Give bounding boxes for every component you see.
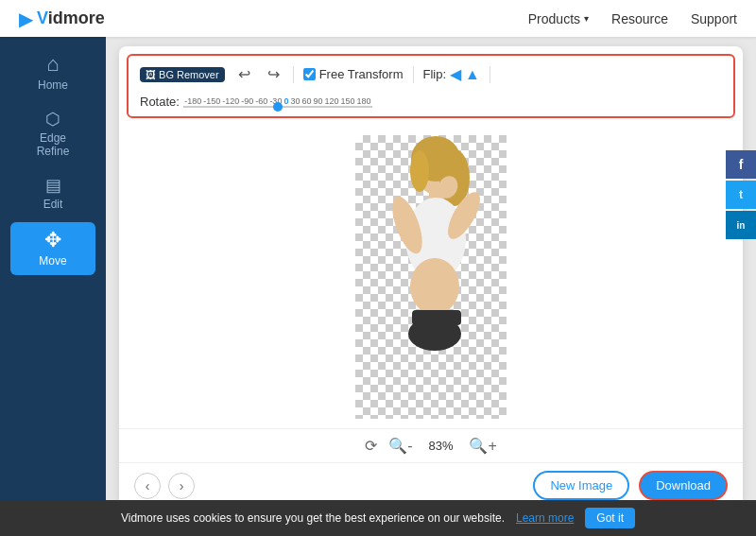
canvas-area (119, 126, 743, 428)
sidebar-item-label: Home (38, 78, 68, 92)
rotate-slider[interactable]: -180 -150 -120 -90 -60 -30 0 30 60 90 (183, 95, 372, 109)
next-button[interactable]: › (168, 473, 195, 499)
cookie-text: Vidmore uses cookies to ensure you get t… (121, 511, 505, 525)
sidebar-item-move[interactable]: ✥ Move (10, 222, 95, 275)
divider (413, 66, 414, 83)
nav-arrows: ‹ › (134, 473, 195, 499)
sidebar-item-edit[interactable]: ▤ Edit (10, 169, 95, 218)
flip-horizontal-button[interactable]: ◀ (450, 65, 461, 83)
prev-button[interactable]: ‹ (134, 473, 161, 499)
free-transform-checkbox[interactable] (303, 68, 316, 80)
edge-refine-icon: ⬡ (45, 111, 60, 128)
reset-zoom-button[interactable]: ⟳ (365, 437, 377, 455)
nav-products[interactable]: Products ▾ (528, 11, 589, 26)
cookie-accept-button[interactable]: Got it (585, 508, 635, 528)
flip-vertical-button[interactable]: ▲ (465, 66, 480, 83)
home-icon: ⌂ (46, 54, 59, 75)
bg-remover-label: 🖼 BG Remover (140, 67, 225, 82)
main-area: ⌂ Home ⬡ Edge Refine ▤ Edit ✥ Move 🖼 BG … (0, 37, 756, 536)
twitter-button[interactable]: t (726, 181, 756, 209)
figure-svg (355, 135, 507, 419)
flip-section: Flip: ◀ ▲ (423, 65, 480, 83)
logo-icon: ▶ (19, 8, 33, 30)
sidebar-item-edge-refine[interactable]: ⬡ Edge Refine (10, 103, 95, 165)
sidebar-item-label: Edit (43, 198, 63, 211)
zoom-out-button[interactable]: 🔍- (388, 437, 412, 455)
navbar: ▶ Vidmore Products ▾ Resource Support (0, 0, 756, 37)
edit-icon: ▤ (45, 177, 61, 194)
navbar-links: Products ▾ Resource Support (528, 11, 737, 26)
undo-button[interactable]: ↩ (234, 63, 254, 85)
sidebar-item-home[interactable]: ⌂ Home (10, 46, 95, 99)
new-image-button[interactable]: New Image (533, 471, 629, 500)
zoom-controls: ⟳ 🔍- 83% 🔍+ (119, 428, 743, 462)
redo-button[interactable]: ↪ (264, 63, 284, 85)
nav-support[interactable]: Support (691, 11, 737, 26)
zoom-value: 83% (423, 439, 457, 453)
logo-text: Vidmore (37, 9, 105, 28)
svg-point-9 (410, 258, 459, 315)
logo[interactable]: ▶ Vidmore (19, 8, 105, 30)
facebook-button[interactable]: f (726, 150, 756, 179)
editor-card: 🖼 BG Remover ↩ ↪ Free Transform Flip: ◀ … (119, 46, 743, 508)
zoom-in-button[interactable]: 🔍+ (469, 437, 496, 455)
sidebar-item-label: Move (39, 254, 66, 268)
canvas-image (355, 135, 507, 419)
sidebar: ⌂ Home ⬡ Edge Refine ▤ Edit ✥ Move (0, 37, 106, 536)
free-transform-toggle[interactable]: Free Transform (303, 67, 404, 81)
svg-point-3 (410, 150, 429, 192)
sidebar-item-label: Edge Refine (22, 131, 84, 158)
divider (293, 66, 294, 83)
svg-point-11 (408, 317, 461, 351)
cookie-bar: Vidmore uses cookies to ensure you get t… (0, 500, 756, 536)
chevron-down-icon: ▾ (584, 13, 589, 24)
download-button[interactable]: Download (639, 471, 728, 500)
rotate-section: Rotate: -180 -150 -120 -90 -60 -30 (140, 95, 372, 109)
social-sidebar: f t in (726, 150, 756, 239)
action-buttons: New Image Download (533, 471, 728, 500)
editor-area: 🖼 BG Remover ↩ ↪ Free Transform Flip: ◀ … (106, 37, 756, 536)
nav-resource[interactable]: Resource (611, 11, 668, 26)
linkedin-button[interactable]: in (726, 211, 756, 239)
divider (490, 66, 490, 83)
toolbar: 🖼 BG Remover ↩ ↪ Free Transform Flip: ◀ … (127, 54, 735, 118)
move-icon: ✥ (44, 230, 61, 251)
learn-more-link[interactable]: Learn more (516, 511, 574, 525)
